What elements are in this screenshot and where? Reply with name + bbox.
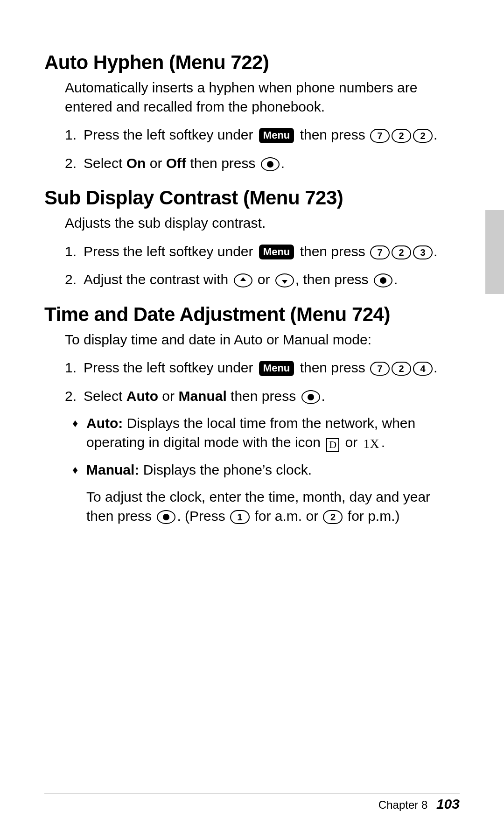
text: Adjust the contrast with	[84, 272, 232, 287]
step-number: 2.	[65, 387, 84, 406]
key-icon: 7	[370, 245, 390, 259]
ok-key-icon	[374, 273, 392, 287]
page-footer: Chapter 8 103	[44, 793, 460, 812]
menu-badge-icon: Menu	[259, 128, 294, 143]
text: or	[158, 388, 178, 404]
ok-key-icon	[261, 157, 280, 171]
text: Press the left softkey under	[84, 244, 257, 259]
text: .	[381, 434, 385, 450]
step-body: Select On or Off then press .	[84, 154, 460, 173]
heading-sub-display: Sub Display Contrast (Menu 723)	[44, 187, 460, 209]
step-number: 1.	[65, 126, 84, 145]
key-icon: 2	[323, 510, 343, 524]
text: then press	[296, 360, 369, 375]
step: 1. Press the left softkey under Menu the…	[65, 358, 460, 378]
key-icon: 4	[413, 362, 433, 376]
bullet-manual: ♦ Manual: Displays the phone’s clock.	[72, 461, 460, 480]
key-icon: 3	[413, 245, 433, 259]
text: then press	[227, 388, 300, 404]
text: then press	[186, 155, 259, 171]
step-number: 2.	[65, 270, 84, 289]
intro-text: To display time and date in Auto or Manu…	[65, 330, 460, 350]
step: 1. Press the left softkey under Menu the…	[65, 126, 460, 145]
key-icon: 2	[392, 129, 411, 143]
step-number: 2.	[65, 154, 84, 173]
text: .	[434, 244, 437, 259]
bold-text: On	[126, 155, 146, 171]
manual-page: Auto Hyphen (Menu 722) Automatically ins…	[0, 0, 504, 840]
heading-time-date: Time and Date Adjustment (Menu 724)	[44, 303, 460, 326]
text: .	[434, 127, 437, 142]
text: Press the left softkey under	[84, 127, 257, 142]
text: then press	[296, 244, 369, 259]
digital-d-icon: D	[326, 438, 339, 452]
key-icon: 2	[392, 245, 411, 259]
diamond-bullet-icon: ♦	[72, 461, 86, 480]
ok-key-icon	[301, 390, 320, 404]
text: Select	[84, 388, 126, 404]
text: Press the left softkey under	[84, 360, 257, 375]
heading-auto-hyphen: Auto Hyphen (Menu 722)	[44, 51, 460, 74]
ok-key-icon	[157, 510, 175, 524]
step: 2. Select On or Off then press .	[65, 154, 460, 173]
text: . (Press	[177, 508, 229, 524]
key-icon: 7	[370, 362, 390, 376]
up-arrow-key-icon	[234, 273, 252, 287]
diamond-bullet-icon: ♦	[72, 414, 86, 452]
bullet-body: Manual: Displays the phone’s clock.	[86, 461, 312, 480]
text: .	[322, 388, 325, 404]
step-number: 1.	[65, 242, 84, 261]
tail-paragraph: To adjust the clock, enter the time, mon…	[86, 488, 460, 525]
step-body: Press the left softkey under Menu then p…	[84, 126, 460, 145]
bullet-label: Auto:	[86, 415, 123, 431]
chapter-label: Chapter 8	[378, 798, 427, 811]
text: for a.m. or	[251, 508, 322, 524]
bullet-auto: ♦ Auto: Displays the local time from the…	[72, 414, 460, 452]
text: Displays the phone’s clock.	[139, 462, 312, 477]
text: .	[394, 272, 398, 287]
down-arrow-key-icon	[275, 273, 294, 287]
step-body: Adjust the contrast with or , then press…	[84, 270, 460, 289]
key-icon: 2	[413, 129, 433, 143]
key-icon: 2	[392, 362, 411, 376]
intro-text: Adjusts the sub display contrast.	[65, 214, 460, 233]
text: .	[281, 155, 285, 171]
step-number: 1.	[65, 358, 84, 378]
text: for p.m.)	[343, 508, 399, 524]
bullet-label: Manual:	[86, 462, 139, 477]
menu-badge-icon: Menu	[259, 361, 294, 376]
step-body: Press the left softkey under Menu then p…	[84, 242, 460, 261]
bold-text: Auto	[126, 388, 158, 404]
text: Select	[84, 155, 126, 171]
step: 2. Adjust the contrast with or , then pr…	[65, 270, 460, 289]
text: then press	[296, 127, 369, 142]
page-number: 103	[436, 796, 460, 812]
text: or	[254, 272, 274, 287]
step-body: Select Auto or Manual then press .	[84, 387, 460, 406]
bold-text: Manual	[178, 388, 226, 404]
key-icon: 7	[370, 129, 390, 143]
step-body: Press the left softkey under Menu then p…	[84, 358, 460, 378]
bullet-body: Auto: Displays the local time from the n…	[86, 414, 460, 452]
text: .	[434, 360, 437, 375]
text: or	[146, 155, 166, 171]
bold-text: Off	[166, 155, 186, 171]
thumb-tab	[485, 210, 504, 294]
menu-badge-icon: Menu	[259, 245, 294, 260]
step: 1. Press the left softkey under Menu the…	[65, 242, 460, 261]
text: or	[341, 434, 361, 450]
1x-icon: 1X	[364, 438, 379, 450]
text: , then press	[295, 272, 372, 287]
key-icon: 1	[230, 510, 250, 524]
intro-text: Automatically inserts a hyphen when phon…	[65, 78, 460, 116]
step: 2. Select Auto or Manual then press .	[65, 387, 460, 406]
